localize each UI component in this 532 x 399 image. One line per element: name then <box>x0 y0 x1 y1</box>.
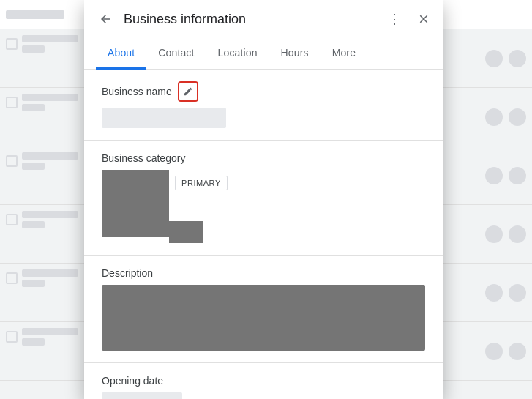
business-category-label-row: Business category <box>102 152 425 164</box>
bg-edit-icon <box>485 343 503 360</box>
bg-right-item <box>443 264 532 322</box>
opening-date-label: Opening date <box>102 375 163 387</box>
business-name-section: Business name <box>84 70 443 141</box>
bg-edit-icon <box>485 284 503 302</box>
bg-right-item <box>443 322 532 381</box>
modal-title: Business information <box>124 12 381 27</box>
opening-date-label-row: Opening date <box>102 375 425 387</box>
bg-text-bar <box>22 211 78 218</box>
business-name-label: Business name <box>102 86 172 97</box>
bg-edit-icon <box>485 225 503 243</box>
business-category-label: Business category <box>102 152 185 164</box>
bg-checkbox <box>6 272 18 284</box>
more-options-button[interactable]: ⋮ <box>381 6 408 32</box>
bg-right-item <box>443 205 532 264</box>
bg-list-item <box>0 88 84 146</box>
bg-list-item <box>0 29 84 88</box>
bg-list-item <box>0 322 84 381</box>
bg-list-item <box>0 146 84 205</box>
bg-edit-icon <box>485 167 503 184</box>
modal-body[interactable]: Business name Business category PRIMARY <box>84 70 443 399</box>
tab-hours[interactable]: Hours <box>269 38 321 70</box>
category-image-ext <box>169 221 203 243</box>
category-visual: PRIMARY <box>102 170 425 243</box>
bg-action-icon <box>509 50 526 67</box>
bg-action-icon <box>509 225 526 243</box>
close-icon <box>417 12 430 26</box>
description-label-row: Description <box>102 267 425 279</box>
edit-business-name-button[interactable] <box>178 81 198 102</box>
bg-text-bar <box>22 152 78 160</box>
bg-list-item <box>0 264 84 322</box>
description-label: Description <box>102 267 153 279</box>
pencil-icon <box>183 86 193 97</box>
tab-location[interactable]: Location <box>206 38 269 70</box>
bg-text-bar <box>22 221 45 228</box>
bg-right-item <box>443 88 532 146</box>
business-name-label-row: Business name <box>102 81 425 102</box>
bg-text-bar <box>22 269 78 277</box>
bg-text-bar <box>22 338 45 346</box>
more-icon: ⋮ <box>388 11 402 27</box>
bg-edit-icon <box>485 50 503 67</box>
tab-contact[interactable]: Contact <box>146 38 206 70</box>
bg-checkbox <box>6 155 18 167</box>
opening-date-value <box>102 392 182 399</box>
background-left-panel <box>0 0 84 399</box>
tab-more[interactable]: More <box>321 38 367 70</box>
bg-text-bar <box>22 94 78 101</box>
header-actions: ⋮ <box>381 6 437 32</box>
bg-right-item <box>443 29 532 88</box>
modal-header: Business information ⋮ <box>84 0 443 38</box>
bg-text-bar <box>22 163 45 170</box>
close-button[interactable] <box>411 6 437 32</box>
bg-text-bar <box>22 104 45 111</box>
bg-checkbox <box>6 214 18 225</box>
bg-checkbox <box>6 97 18 108</box>
description-section: Description <box>84 256 443 363</box>
business-name-value <box>102 108 226 128</box>
bg-text-bar <box>22 328 78 335</box>
bg-edit-icon <box>485 108 503 126</box>
bg-action-icon <box>509 167 526 184</box>
bg-checkbox <box>6 38 18 50</box>
bg-text-bar <box>22 35 78 42</box>
bg-checkbox <box>6 331 18 343</box>
bg-right-item <box>443 146 532 205</box>
opening-date-section: Opening date <box>84 363 443 399</box>
description-value <box>102 285 425 351</box>
tab-about[interactable]: About <box>96 38 146 70</box>
business-category-section: Business category PRIMARY <box>84 141 443 256</box>
bg-action-icon <box>509 284 526 302</box>
bg-list-item <box>0 205 84 264</box>
background-right-panel <box>443 0 532 399</box>
back-arrow-icon <box>99 12 112 26</box>
tabs-bar: About Contact Location Hours More <box>84 38 443 70</box>
bg-action-icon <box>509 108 526 126</box>
back-button[interactable] <box>93 7 118 31</box>
primary-badge: PRIMARY <box>175 176 228 190</box>
category-image-main <box>102 170 169 237</box>
business-info-modal: Business information ⋮ About Contact Loc… <box>84 0 443 399</box>
bg-action-icon <box>509 343 526 360</box>
bg-text-bar <box>22 45 45 53</box>
bg-text-bar <box>22 280 45 287</box>
